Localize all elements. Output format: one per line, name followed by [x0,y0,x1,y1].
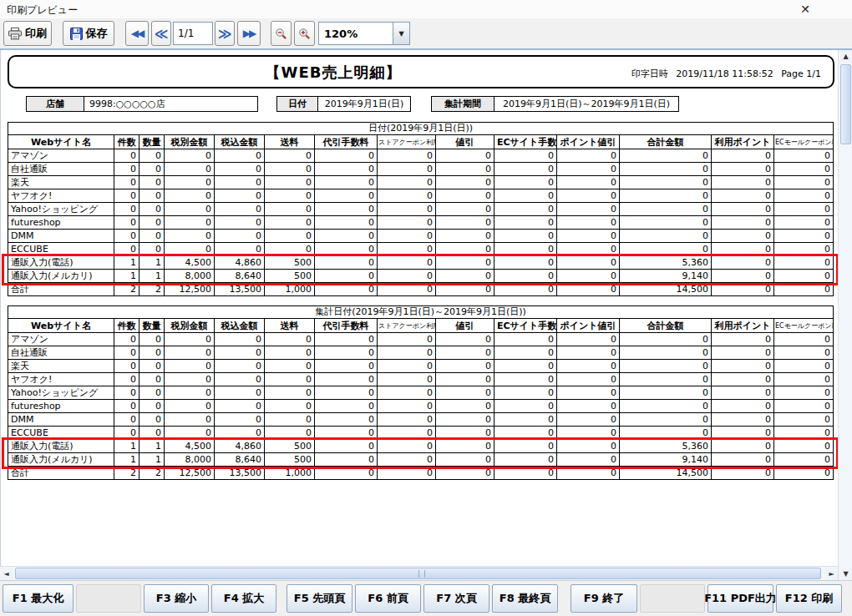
value-cell: 0 [557,333,620,346]
column-header: 件数 [114,319,139,333]
column-header: 数量 [139,319,165,333]
value-cell: 0 [557,163,620,176]
report-print-info: 印字日時 2019/11/18 11:58:52 Page 1/1 [626,68,821,80]
value-cell: 0 [114,333,139,346]
value-cell: 0 [620,176,712,189]
value-cell: 0 [215,230,265,243]
column-header: 数量 [139,135,165,149]
value-cell: 0 [265,243,315,256]
value-cell: 0 [436,230,494,243]
value-cell: 0 [315,216,378,230]
close-icon[interactable]: ✕ [796,2,814,17]
value-cell: 0 [494,360,557,373]
value-cell: 4,500 [165,256,215,270]
value-cell: 0 [114,400,139,413]
site-name-cell: アマゾン [8,333,114,346]
last-page-button[interactable]: ▶▶ [237,21,261,46]
value-cell: 0 [712,230,774,243]
value-cell: 0 [557,440,620,453]
horizontal-scrollbar[interactable]: ◄ ► [0,566,838,580]
value-cell: 0 [165,427,215,440]
vertical-scrollbar-thumb[interactable] [840,64,851,144]
chevron-down-icon[interactable]: ▼ [393,23,409,44]
fn-f3-button[interactable]: F3 縮小 [144,584,209,613]
fn-f5-button[interactable]: F5 先頭頁 [287,584,352,613]
value-cell: 14,500 [620,467,712,480]
value-cell: 0 [378,230,436,243]
value-cell: 0 [712,189,774,203]
value-cell: 0 [315,346,378,360]
value-cell: 0 [494,230,557,243]
scroll-right-icon[interactable]: ► [825,568,838,580]
value-cell: 0 [265,163,315,176]
fn-f9-button[interactable]: F9 終了 [571,584,637,613]
value-cell: 0 [215,386,265,400]
table-row: 通販入力(電話)114,5004,860500000005,36000 [8,440,834,453]
page-number-field[interactable]: 1/1 [173,22,213,45]
first-page-button[interactable]: ◀◀ [125,21,149,46]
column-header: ECモールクーポン利用額 [774,135,834,149]
value-cell: 0 [315,467,378,480]
value-cell: 0 [557,189,620,203]
value-cell: 0 [165,189,215,203]
value-cell: 0 [712,360,774,373]
value-cell: 0 [139,203,165,216]
save-button[interactable]: 保存 [63,21,114,46]
value-cell: 0 [620,360,712,373]
save-button-label: 保存 [86,26,108,41]
fn-f7-button[interactable]: F7 次頁 [423,584,489,613]
site-name-cell: DMM [8,413,114,427]
date-value: 2019年9月1日(日) [317,96,411,112]
value-cell: 0 [774,360,834,373]
scroll-up-icon[interactable]: ▲ [839,50,852,63]
value-cell: 0 [378,440,436,453]
value-cell: 0 [436,427,494,440]
value-cell: 0 [139,176,165,189]
scroll-left-icon[interactable]: ◄ [0,568,13,580]
fn-f1-button[interactable]: F1 最大化 [3,584,74,613]
value-cell: 0 [436,467,494,480]
value-cell: 0 [215,216,265,230]
table-row: ECCUBE0000000000000 [8,243,834,256]
value-cell: 0 [774,346,834,360]
prev-page-button[interactable]: ≪ [151,21,171,46]
value-cell: 0 [114,346,139,360]
fn-f12-button[interactable]: F12 印刷 [776,584,842,613]
value-cell: 8,640 [215,453,265,467]
site-name-cell: futureshop [8,400,114,413]
value-cell: 0 [315,427,378,440]
value-cell: 0 [494,440,557,453]
value-cell: 1 [114,453,139,467]
fn-f11-button[interactable]: F11 PDF出力 [707,584,773,613]
value-cell: 8,000 [165,453,215,467]
value-cell: 0 [436,413,494,427]
next-page-button[interactable]: ≫ [215,21,235,46]
value-cell: 0 [165,413,215,427]
value-cell: 0 [436,453,494,467]
zoom-level-combobox[interactable]: 120% ▼ [318,22,410,45]
zoom-out-button[interactable] [271,21,292,46]
fn-f4-button[interactable]: F4 拡大 [211,584,276,613]
table-row: 通販入力(メルカリ)118,0008,640500000009,14000 [8,270,834,283]
window-titlebar: 印刷プレビュー ✕ [0,0,852,18]
print-button[interactable]: 印刷 [3,21,52,46]
period-label: 集計期間 [431,96,494,112]
value-cell: 0 [114,360,139,373]
value-cell: 0 [165,216,215,230]
site-name-cell: 楽天 [8,360,114,373]
zoom-in-button[interactable] [294,21,315,46]
vertical-scrollbar[interactable]: ▲ ▼ [838,50,852,580]
value-cell: 0 [774,373,834,386]
value-cell: 2 [114,467,139,480]
fn-f8-button[interactable]: F8 最終頁 [492,584,558,613]
scroll-down-icon[interactable]: ▼ [839,568,852,580]
fn-f6-button[interactable]: F6 前頁 [355,584,421,613]
value-cell: 1 [114,440,139,453]
value-cell: 0 [114,189,139,203]
horizontal-scrollbar-thumb[interactable] [15,568,821,579]
value-cell: 0 [139,230,165,243]
value-cell: 0 [712,453,774,467]
value-cell: 0 [712,176,774,189]
value-cell: 0 [494,453,557,467]
value-cell: 4,500 [165,440,215,453]
